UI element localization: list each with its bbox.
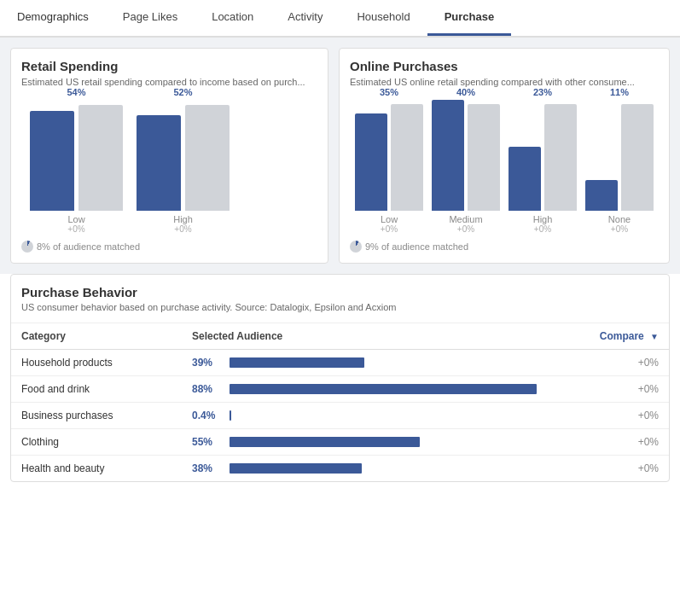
online-bar-blue-medium (432, 100, 464, 211)
progress-bar (230, 357, 364, 368)
tab-demographics[interactable]: Demographics (0, 0, 106, 36)
online-bar-pair-none (585, 100, 654, 211)
online-bar-pair-high (509, 100, 577, 211)
row-pct: 55% (192, 436, 223, 448)
row-compare: +0% (584, 429, 669, 456)
online-bar-sub-medium: +0% (457, 224, 474, 234)
bar-pct-low: 54% (67, 87, 85, 97)
tab-purchase[interactable]: Purchase (427, 0, 512, 36)
bar-label-high: High (173, 214, 193, 224)
row-category: Household products (11, 350, 182, 376)
online-purchases-title: Online Purchases (350, 59, 659, 73)
online-bar-label-medium: Medium (449, 214, 482, 224)
row-selected-audience: 88% (182, 376, 584, 403)
tab-household[interactable]: Household (340, 0, 427, 36)
bar-group-high: 52% High +0% (137, 87, 230, 234)
purchase-behavior-table: Category Selected Audience Compare ▼ Hou… (11, 323, 669, 481)
online-bar-gray-none (621, 104, 654, 211)
row-category: Food and drink (11, 376, 182, 403)
purchase-behavior-desc: US consumer behavior based on purchase a… (21, 302, 659, 312)
online-bar-sub-high: +0% (534, 224, 551, 234)
purchase-behavior-section: Purchase Behavior US consumer behavior b… (10, 274, 670, 482)
row-selected-audience: 39% (182, 350, 584, 376)
row-category: Health and beauty (11, 456, 182, 482)
bar-gray-low (78, 105, 123, 211)
online-pie-icon (350, 241, 362, 253)
retail-audience-matched: 8% of audience matched (21, 241, 317, 253)
bar-pair-low (30, 100, 123, 211)
online-bar-pct-none: 11% (610, 87, 629, 97)
bar-label-low: Low (67, 214, 84, 224)
row-selected-audience: 55% (182, 429, 584, 456)
online-purchases-chart: 35% Low +0% 40% Medium +0% 23% High +0% … (350, 97, 659, 234)
col-header-selected: Selected Audience (182, 323, 584, 350)
online-audience-matched: 9% of audience matched (350, 241, 659, 253)
progress-bar (230, 410, 231, 421)
bar-gray-high (185, 105, 230, 211)
row-category: Business purchases (11, 403, 182, 429)
tabs-bar: DemographicsPage LikesLocationActivityHo… (0, 0, 680, 38)
row-selected-audience: 38% (182, 456, 584, 482)
online-bar-group-low: 35% Low +0% (355, 87, 423, 234)
table-row: Business purchases 0.4% +0% (11, 403, 669, 429)
retail-spending-title: Retail Spending (21, 59, 317, 73)
online-bar-pct-low: 35% (380, 87, 398, 97)
row-compare: +0% (584, 376, 669, 403)
row-pct: 39% (192, 357, 223, 369)
online-bar-sub-none: +0% (611, 224, 628, 234)
row-compare: +0% (584, 350, 669, 376)
progress-bar (230, 437, 420, 447)
online-bar-blue-high (509, 147, 541, 211)
retail-pie-icon (21, 241, 33, 253)
bar-sub-low: +0% (67, 224, 84, 234)
col-header-compare[interactable]: Compare ▼ (584, 323, 669, 350)
purchase-behavior-header: Purchase Behavior US consumer behavior b… (11, 275, 669, 323)
row-compare: +0% (584, 456, 669, 482)
progress-bar (230, 384, 537, 394)
retail-spending-chart: 54% Low +0% 52% High +0% (21, 97, 317, 234)
tab-activity[interactable]: Activity (270, 0, 340, 36)
online-bar-blue-low (355, 113, 387, 211)
row-selected-audience: 0.4% (182, 403, 584, 429)
purchase-behavior-title: Purchase Behavior (21, 285, 659, 299)
online-bar-gray-medium (468, 104, 500, 211)
compare-chevron-icon: ▼ (650, 332, 659, 341)
bar-blue-low (30, 111, 74, 211)
online-bar-group-none: 11% None +0% (585, 87, 654, 234)
online-bar-sub-low: +0% (381, 224, 398, 234)
online-purchases-desc: Estimated US online retail spending comp… (350, 77, 659, 87)
online-bar-group-high: 23% High +0% (509, 87, 577, 234)
online-purchases-card: Online Purchases Estimated US online ret… (339, 48, 670, 264)
table-row: Food and drink 88% +0% (11, 376, 669, 403)
row-compare: +0% (584, 403, 669, 429)
col-header-category: Category (11, 323, 182, 350)
online-bar-pct-medium: 40% (456, 87, 475, 97)
bar-sub-high: +0% (174, 224, 191, 234)
online-bar-group-medium: 40% Medium +0% (432, 87, 500, 234)
retail-spending-desc: Estimated US retail spending compared to… (21, 77, 317, 87)
table-row: Health and beauty 38% +0% (11, 456, 669, 482)
row-pct: 38% (192, 462, 223, 474)
online-bar-gray-low (391, 104, 423, 211)
tab-page-likes[interactable]: Page Likes (106, 0, 195, 36)
row-pct: 88% (192, 383, 223, 395)
row-pct: 0.4% (192, 410, 223, 421)
cards-row: Retail Spending Estimated US retail spen… (0, 38, 680, 274)
bar-pct-high: 52% (173, 87, 192, 97)
row-category: Clothing (11, 429, 182, 456)
online-bar-gray-high (544, 104, 577, 211)
online-bar-blue-none (585, 180, 618, 211)
table-row: Household products 39% +0% (11, 350, 669, 376)
online-bar-pair-medium (432, 100, 500, 211)
online-bar-label-none: None (608, 214, 631, 224)
tab-location[interactable]: Location (195, 0, 270, 36)
online-bar-pair-low (355, 100, 423, 211)
online-bar-label-low: Low (381, 214, 398, 224)
table-row: Clothing 55% +0% (11, 429, 669, 456)
online-bar-label-high: High (533, 214, 553, 224)
online-bar-pct-high: 23% (533, 87, 552, 97)
bar-pair-high (137, 100, 230, 211)
bar-group-low: 54% Low +0% (30, 87, 123, 234)
bar-blue-high (137, 115, 181, 211)
progress-bar (230, 463, 362, 474)
